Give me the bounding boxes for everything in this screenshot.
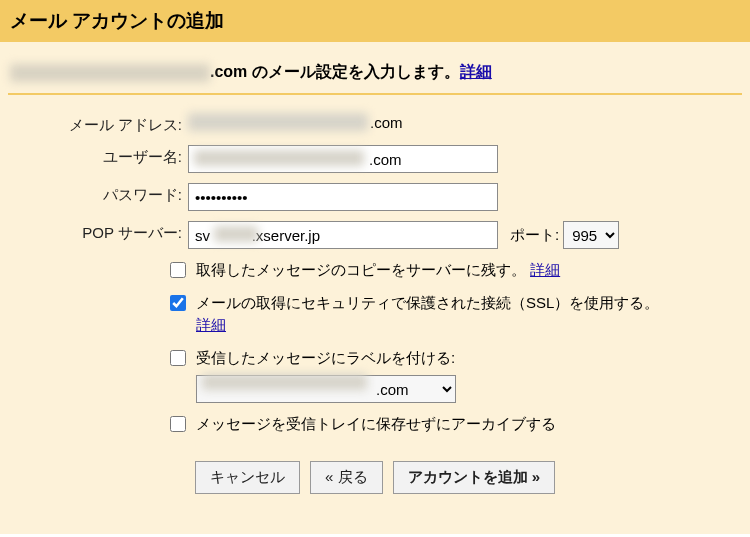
password-input[interactable]: [188, 183, 498, 211]
ssl-details-link[interactable]: 詳細: [196, 316, 226, 333]
password-label: パスワード:: [10, 183, 188, 205]
details-link[interactable]: 詳細: [460, 63, 492, 80]
ssl-text: メールの取得にセキュリティで保護された接続（SSL）を使用する。: [196, 294, 659, 311]
pop-server-label: POP サーバー:: [10, 221, 188, 243]
email-row: メール アドレス: .com: [10, 113, 740, 135]
archive-row: メッセージを受信トレイに保存せずにアーカイブする: [170, 413, 740, 436]
username-input[interactable]: [188, 145, 498, 173]
label-text: 受信したメッセージにラベルを付ける:: [196, 349, 455, 366]
add-account-button[interactable]: アカウントを追加 »: [393, 461, 556, 494]
back-button[interactable]: « 戻る: [310, 461, 383, 494]
label-select[interactable]: .com: [196, 375, 456, 403]
pop-server-row: POP サーバー: ポート: 995: [10, 221, 740, 249]
add-mail-account-dialog: メール アカウントの追加 .com のメール設定を入力します。詳細 メール アド…: [0, 0, 750, 534]
label-row: 受信したメッセージにラベルを付ける: .com: [170, 347, 740, 404]
pop-server-input[interactable]: [188, 221, 498, 249]
leave-copy-checkbox[interactable]: [170, 262, 186, 278]
redacted-email: [10, 64, 210, 82]
button-row: キャンセル « 戻る アカウントを追加 »: [195, 461, 740, 494]
password-row: パスワード:: [10, 183, 740, 211]
ssl-row: メールの取得にセキュリティで保護された接続（SSL）を使用する。 詳細: [170, 292, 740, 337]
archive-text: メッセージを受信トレイに保存せずにアーカイブする: [196, 413, 556, 436]
label-checkbox[interactable]: [170, 350, 186, 366]
form: メール アドレス: .com ユーザー名: パスワード: POP サーバー:: [0, 113, 750, 494]
dialog-subtitle: .com のメール設定を入力します。詳細: [0, 42, 750, 93]
email-value: .com: [188, 113, 740, 131]
redacted-email-value: [188, 113, 368, 131]
leave-copy-row: 取得したメッセージのコピーをサーバーに残す。 詳細: [170, 259, 740, 282]
port-select[interactable]: 995: [563, 221, 619, 249]
username-label: ユーザー名:: [10, 145, 188, 167]
dialog-title: メール アカウントの追加: [0, 0, 750, 42]
leave-copy-details-link[interactable]: 詳細: [530, 261, 560, 278]
ssl-checkbox[interactable]: [170, 295, 186, 311]
divider: [8, 93, 742, 95]
port-label: ポート:: [510, 226, 559, 245]
leave-copy-text: 取得したメッセージのコピーをサーバーに残す。: [196, 261, 526, 278]
username-row: ユーザー名:: [10, 145, 740, 173]
archive-checkbox[interactable]: [170, 416, 186, 432]
email-label: メール アドレス:: [10, 113, 188, 135]
cancel-button[interactable]: キャンセル: [195, 461, 300, 494]
